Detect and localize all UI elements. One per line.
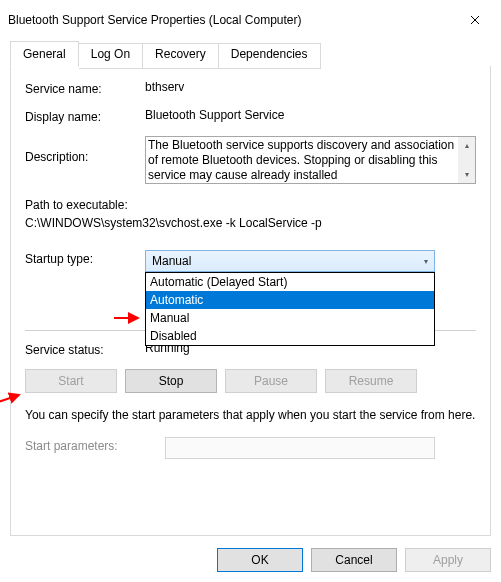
description-scrollbar[interactable]: ▴ ▾ — [458, 137, 475, 183]
option-automatic[interactable]: Automatic — [146, 291, 434, 309]
stop-button[interactable]: Stop — [125, 369, 217, 393]
close-icon[interactable] — [459, 8, 491, 32]
description-box[interactable]: The Bluetooth service supports discovery… — [145, 136, 476, 184]
label-display-name: Display name: — [25, 108, 145, 124]
chevron-down-icon: ▾ — [424, 257, 428, 266]
label-start-parameters: Start parameters: — [25, 437, 165, 453]
label-path: Path to executable: — [25, 196, 476, 214]
ok-button[interactable]: OK — [217, 548, 303, 572]
label-service-name: Service name: — [25, 80, 145, 96]
tab-logon[interactable]: Log On — [79, 43, 143, 69]
startup-type-dropdown: Automatic (Delayed Start) Automatic Manu… — [145, 272, 435, 346]
tab-dependencies[interactable]: Dependencies — [219, 43, 321, 69]
window-title: Bluetooth Support Service Properties (Lo… — [8, 13, 301, 27]
tab-strip: General Log On Recovery Dependencies — [10, 41, 491, 67]
startup-type-selected: Manual — [152, 254, 191, 268]
value-display-name: Bluetooth Support Service — [145, 108, 476, 122]
value-service-name: bthserv — [145, 80, 476, 94]
label-startup-type: Startup type: — [25, 250, 145, 266]
tab-general[interactable]: General — [10, 41, 79, 67]
startup-type-select[interactable]: Manual ▾ Automatic (Delayed Start) Autom… — [145, 250, 435, 272]
option-manual[interactable]: Manual — [146, 309, 434, 327]
label-service-status: Service status: — [25, 341, 145, 357]
scroll-up-icon[interactable]: ▴ — [458, 137, 475, 154]
hint-text: You can specify the start parameters tha… — [25, 407, 476, 423]
apply-button: Apply — [405, 548, 491, 572]
cancel-button[interactable]: Cancel — [311, 548, 397, 572]
pause-button: Pause — [225, 369, 317, 393]
value-path: C:\WINDOWS\system32\svchost.exe -k Local… — [25, 214, 476, 232]
start-button: Start — [25, 369, 117, 393]
option-automatic-delayed[interactable]: Automatic (Delayed Start) — [146, 273, 434, 291]
resume-button: Resume — [325, 369, 417, 393]
general-panel: Service name: bthserv Display name: Blue… — [10, 66, 491, 536]
label-description: Description: — [25, 136, 145, 164]
description-text: The Bluetooth service supports discovery… — [148, 138, 454, 182]
start-parameters-input — [165, 437, 435, 459]
scroll-down-icon[interactable]: ▾ — [458, 166, 475, 183]
option-disabled[interactable]: Disabled — [146, 327, 434, 345]
tab-recovery[interactable]: Recovery — [143, 43, 219, 69]
